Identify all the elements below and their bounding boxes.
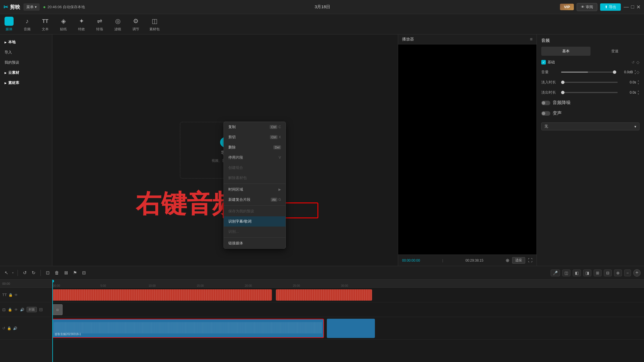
delete-button[interactable]: 🗑 <box>53 269 60 277</box>
cover-thumb-icon: ⊡ <box>2 307 6 312</box>
mic-button[interactable]: 🎤 <box>551 270 560 276</box>
cover-thumb-btn[interactable]: ⊟ <box>39 307 43 312</box>
toolbar-adjust[interactable]: ⚙ 调节 <box>131 17 140 32</box>
eye-icon[interactable]: 👁 <box>14 293 18 297</box>
ruler-label-area: 00:00 <box>0 280 52 288</box>
ctx-new-compound[interactable]: 新建复合片段 Alt G <box>224 195 285 205</box>
voice-change-row: 变声 <box>541 110 639 116</box>
cursor-tool[interactable]: ↖ <box>3 269 9 277</box>
import-item[interactable]: 导入 <box>0 48 52 57</box>
tool3[interactable]: ◨ <box>583 270 591 276</box>
ctx-link-media[interactable]: 链接媒体 <box>224 238 285 248</box>
undo-button[interactable]: ↺ <box>22 269 28 277</box>
reset-icon[interactable]: ↺ <box>632 60 635 64</box>
player-total-time: 00:29:38:15 <box>465 258 483 262</box>
maximize-button[interactable]: □ <box>631 4 634 10</box>
lock-icon[interactable]: 🔒 <box>8 293 13 297</box>
export-button[interactable]: ⬆ 导出 <box>600 3 621 11</box>
ctx-copy[interactable]: 复制 Ctrl C <box>224 122 285 132</box>
fadeout-arrows[interactable]: ▲ ▼ <box>637 90 639 95</box>
ctx-cut[interactable]: 剪切 Ctrl X <box>224 132 285 142</box>
trim-button[interactable]: ⊠ <box>63 269 69 277</box>
audio-clip-2[interactable] <box>327 319 375 338</box>
toolbar-assets[interactable]: ◫ 素材包 <box>149 17 160 32</box>
tool4[interactable]: ⊞ <box>594 270 602 276</box>
fadeout-slider[interactable] <box>561 92 618 93</box>
tool5[interactable]: ⊟ <box>604 270 612 276</box>
fit-button[interactable]: 适应 <box>512 257 525 264</box>
fadein-arrows[interactable]: ▲ ▼ <box>637 79 639 85</box>
volume-keyframe[interactable]: ◇ <box>636 70 639 74</box>
cover-audio-icon[interactable]: 🔊 <box>20 308 24 312</box>
adjust-icon: ⚙ <box>131 17 140 26</box>
cover-clip[interactable]: ⊡ <box>52 304 63 315</box>
timeline-right-tools: 🎤 ◫ ◧ ◨ ⊞ ⊟ ⊕ − + <box>551 269 641 277</box>
minimize-button[interactable]: — <box>624 4 629 10</box>
toolbar-effects[interactable]: ✦ 特效 <box>77 17 86 32</box>
voice-dropdown[interactable]: 无 ▾ <box>541 122 639 130</box>
toolbar-text[interactable]: TT 文本 <box>41 17 50 32</box>
toolbar-audio[interactable]: ♪ 音频 <box>23 17 32 32</box>
timeline-tracks-area[interactable]: 00:00 5:00 10:00 15:00 20:00 25:00 30:00 <box>52 280 644 362</box>
zoom-icon[interactable]: ⊕ <box>506 258 509 263</box>
zoom-out-btn[interactable]: − <box>624 270 631 276</box>
zoom-in-btn[interactable]: ⊕ <box>614 270 622 276</box>
volume-slider[interactable] <box>561 72 615 73</box>
audio-clip-selected[interactable]: 提取音频20230318-1 <box>52 319 324 338</box>
toolbar-transition[interactable]: ⇌ 转场 <box>95 17 104 32</box>
assets-library-section[interactable]: ▸ 素材库 <box>0 78 52 88</box>
tool1[interactable]: ◫ <box>562 270 570 276</box>
my-presets-item[interactable]: 我的预设 <box>0 58 52 67</box>
volume-arrows[interactable]: ▲ ▼ <box>634 69 636 75</box>
toolbar-sticker[interactable]: ◈ 贴纸 <box>59 17 68 32</box>
menu-button[interactable]: 菜单 ▾ <box>23 3 40 11</box>
ctx-recognize-subtitle[interactable]: 识别字幕/歌词 <box>224 216 285 227</box>
left-panel: ▸ 本地 导入 我的预设 ▸ 云素材 ▸ 素材库 <box>0 35 52 266</box>
app-logo: ✂ 剪映 <box>3 4 20 10</box>
keyframe-icon[interactable]: ◇ <box>636 60 639 64</box>
review-button[interactable]: 👁 审阅 <box>577 3 597 11</box>
denoise-toggle[interactable] <box>541 101 550 105</box>
video-clip-2[interactable] <box>276 289 372 301</box>
player-screen[interactable] <box>398 44 536 255</box>
cloud-arrow: ▸ <box>5 71 7 75</box>
marker-button[interactable]: ⚑ <box>72 269 78 277</box>
basic-checkbox[interactable]: ✓ <box>541 60 546 64</box>
video-track-label: TT 🔒 👁 <box>0 288 52 302</box>
playhead-dot <box>52 280 54 283</box>
window-controls: — □ ✕ <box>624 4 641 10</box>
right-panel: 音频 基本 变速 ✓ 基础 ↺ ◇ 音量 0.0dB ▲ <box>536 35 644 266</box>
local-section[interactable]: ▸ 本地 <box>0 37 52 47</box>
audio-track-row: 提取音频20230318-1 <box>52 317 644 340</box>
tick-25: 25:00 <box>293 284 300 287</box>
vip-button[interactable]: VIP <box>560 4 574 10</box>
voice-change-toggle[interactable] <box>541 111 550 116</box>
ctx-time-region[interactable]: 时间区域 ▶ <box>224 184 285 195</box>
add-track-button[interactable]: + <box>633 269 641 277</box>
audio-lock-icon[interactable]: 🔒 <box>7 326 11 330</box>
ctx-delete[interactable]: 删除 Del <box>224 142 285 152</box>
tab-basic[interactable]: 基本 <box>541 47 591 56</box>
ctx-recognize-more: 识别... <box>224 227 285 237</box>
cover-eye-icon[interactable]: 👁 <box>14 308 18 312</box>
context-menu: 复制 Ctrl C 剪切 Ctrl X 删除 Del 停用片段 V 创建组合 解… <box>224 122 286 249</box>
cover-lock-icon[interactable]: 🔒 <box>8 308 12 312</box>
toolbar-media[interactable]: ⊞ 媒体 <box>5 17 14 32</box>
split-button[interactable]: ⊡ <box>45 269 51 277</box>
redo-button[interactable]: ↻ <box>31 269 37 277</box>
toolbar-filter[interactable]: ◎ 滤镜 <box>113 17 122 32</box>
minus-button[interactable]: ⊟ <box>81 269 87 277</box>
review-icon: 👁 <box>581 5 585 9</box>
player-menu-icon[interactable]: ≡ <box>530 37 533 42</box>
audio-speaker-icon[interactable]: 🔊 <box>13 326 17 330</box>
player-header: 播放器 ≡ <box>398 35 536 44</box>
fullscreen-icon[interactable]: ⛶ <box>528 258 533 263</box>
video-clip-1[interactable] <box>52 289 272 301</box>
ctx-disable[interactable]: 停用片段 V <box>224 152 285 163</box>
cloud-assets-section[interactable]: ▸ 云素材 <box>0 68 52 77</box>
close-button[interactable]: ✕ <box>636 4 641 10</box>
fadein-slider[interactable] <box>561 82 618 83</box>
tool2[interactable]: ◧ <box>573 270 581 276</box>
tab-speed[interactable]: 变速 <box>591 47 640 56</box>
audio-icon: ♪ <box>23 17 32 26</box>
